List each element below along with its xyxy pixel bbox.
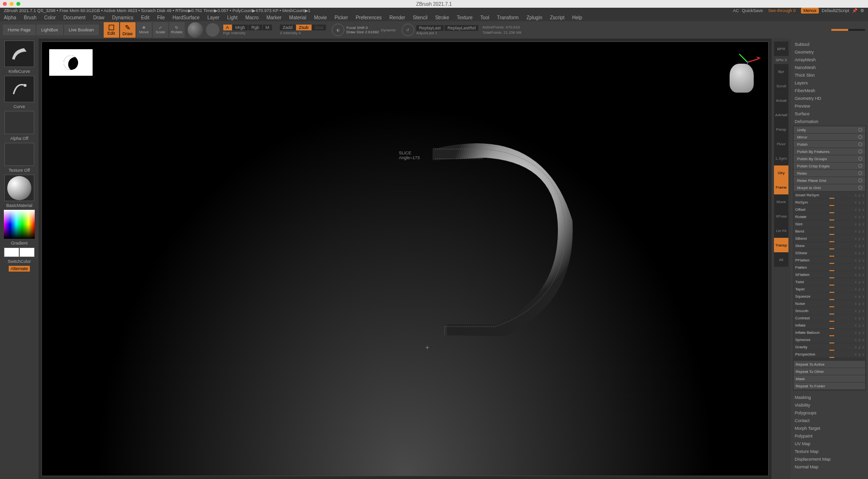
slider-twist[interactable]: Twistxyz	[794, 278, 865, 285]
rt-scroll[interactable]: Scroll	[774, 79, 788, 93]
rt-actual[interactable]: Actual	[774, 93, 788, 108]
dynamic-toggle[interactable]: Dynamic	[381, 28, 396, 32]
alternate-button[interactable]: Alternate	[9, 266, 30, 272]
material-slot[interactable]	[4, 175, 34, 201]
menu-brush[interactable]: Brush	[24, 15, 37, 20]
slider-contrast[interactable]: Contrastxyz	[794, 315, 865, 321]
menu-hardsurface[interactable]: HardSurface	[173, 15, 200, 20]
swatch-main[interactable]	[4, 247, 19, 257]
defo-mirror[interactable]: Mirror	[794, 134, 865, 140]
defo-morph-to-grid[interactable]: Morph to Grid	[794, 184, 865, 191]
section-texture-map[interactable]: Texture Map	[793, 448, 866, 455]
section-polypaint[interactable]: Polypaint	[793, 432, 866, 440]
rt-persp[interactable]: Persp	[774, 122, 788, 137]
brush-knifecurve[interactable]	[4, 41, 34, 67]
rt-move[interactable]: Move	[774, 194, 788, 209]
bpr-button[interactable]: BPR	[774, 41, 788, 56]
edit-mode-button[interactable]: Edit	[104, 22, 119, 38]
slider-perspective[interactable]: Perspectivexyz	[794, 351, 865, 357]
menu-macro[interactable]: Macro	[245, 15, 259, 20]
menu-zscript[interactable]: Zscript	[550, 15, 564, 20]
section-fibermesh[interactable]: FiberMesh	[793, 87, 866, 95]
mode-zadd[interactable]: Zadd	[280, 25, 296, 30]
section-masking[interactable]: Masking	[793, 394, 866, 401]
home-page-button[interactable]: Home Page	[3, 25, 36, 35]
menu-edit[interactable]: Edit	[141, 15, 149, 20]
menu-stroke[interactable]: Stroke	[435, 15, 449, 20]
section-morph-target[interactable]: Morph Target	[793, 424, 866, 432]
section-geometry[interactable]: Geometry	[793, 48, 866, 56]
mode-zcut[interactable]: Zcut	[312, 25, 326, 30]
rt-floor[interactable]: Floor	[774, 137, 788, 151]
section-arraymesh[interactable]: ArrayMesh	[793, 56, 866, 64]
rt-xpose[interactable]: XPose	[774, 209, 788, 223]
section-geometry-hd[interactable]: Geometry HD	[793, 95, 866, 102]
slider-skew[interactable]: Skewxyz	[794, 242, 865, 249]
repeat-mask[interactable]: Mask	[794, 375, 865, 382]
nav-head-icon[interactable]	[730, 64, 754, 93]
repeat-repeat-to-active[interactable]: Repeat To Active	[794, 361, 865, 368]
subtool-thumbnail[interactable]	[49, 49, 93, 76]
rt-aahalf[interactable]: AAHalf	[774, 108, 788, 122]
mode-m[interactable]: M	[263, 25, 272, 30]
menu-movie[interactable]: Movie	[314, 15, 327, 20]
menu-render[interactable]: Render	[390, 15, 406, 20]
menu-file[interactable]: File	[157, 15, 165, 20]
menu-dynamics[interactable]: Dynamics	[112, 15, 134, 20]
slider-smart-resym[interactable]: Smart ReSymxyz	[794, 192, 865, 198]
defo-relax-plane-grid[interactable]: Relax Plane Grid	[794, 177, 865, 184]
defo-unify[interactable]: Unify	[794, 126, 865, 133]
mode-rgb[interactable]: Rgb	[248, 25, 262, 30]
adjust-last-slider[interactable]: AdjustLast 1	[416, 31, 479, 35]
seethrough-slider[interactable]: See-through 0	[766, 8, 798, 14]
menu-picker[interactable]: Picker	[335, 15, 348, 20]
section-nanomesh[interactable]: NanoMesh	[793, 64, 866, 71]
switchcolor-button[interactable]: SwitchColor	[8, 259, 31, 264]
lightbox-button[interactable]: LightBox	[37, 25, 63, 35]
menu-color[interactable]: Color	[44, 15, 56, 20]
rt-linfil[interactable]: Lin Fil	[774, 223, 788, 238]
rotate-mode-button[interactable]: ↻Rotate	[169, 22, 185, 38]
slider-gravity[interactable]: Gravityxyz	[794, 343, 865, 350]
menu-preferences[interactable]: Preferences	[356, 15, 382, 20]
menu-alpha[interactable]: Alpha	[4, 15, 16, 20]
rt-frame[interactable]: Frame	[774, 180, 788, 194]
slider-bend[interactable]: Bendxyz	[794, 228, 865, 234]
section-polygroups[interactable]: Polygroups	[793, 409, 866, 417]
rt-lsym[interactable]: L.Sym	[774, 151, 788, 165]
move-mode-button[interactable]: ✥Move	[136, 22, 152, 38]
focal-icon[interactable]: ◐	[332, 24, 344, 36]
menu-marker[interactable]: Marker	[266, 15, 281, 20]
section-layers[interactable]: Layers	[793, 79, 866, 87]
slider-noise[interactable]: Noisexyz	[794, 300, 865, 307]
slider-sbend[interactable]: SBendxyz	[794, 235, 865, 242]
slider-taper[interactable]: Taperxyz	[794, 286, 865, 292]
gradient-label[interactable]: Gradient	[11, 241, 28, 246]
rt-transp[interactable]: Transp	[774, 238, 788, 252]
slider-offset[interactable]: Offsetxyz	[794, 206, 865, 213]
texture-slot[interactable]	[4, 143, 34, 166]
draw-size-slider[interactable]: Draw Size 2.61682	[346, 30, 379, 34]
slider-inflate[interactable]: Inflatexyz	[794, 322, 865, 328]
slider-rotate[interactable]: Rotatexyz	[794, 213, 865, 220]
section-displacement-map[interactable]: Displacement Map	[793, 455, 866, 463]
slider-smooth[interactable]: Smoothxyz	[794, 307, 865, 314]
quicksave-button[interactable]: QuickSave	[742, 8, 763, 13]
repeat-repeat-to-folder[interactable]: Repeat To Folder	[794, 383, 865, 389]
defo-polish[interactable]: Polish	[794, 141, 865, 148]
slider-spherize[interactable]: Spherizexyz	[794, 336, 865, 343]
menu-tool[interactable]: Tool	[480, 15, 489, 20]
pin-icon[interactable]: 📌	[852, 8, 857, 13]
rt-bpr[interactable]: Bpr	[774, 64, 788, 79]
default-script[interactable]: DefaultZScript	[822, 8, 849, 13]
menus-toggle[interactable]: Menus	[801, 8, 819, 14]
mesh-object[interactable]	[399, 134, 582, 341]
rt-all[interactable]: All	[774, 252, 788, 267]
section-contact[interactable]: Contact	[793, 417, 866, 424]
section-preview[interactable]: Preview	[793, 102, 866, 110]
section-thick-skin[interactable]: Thick Skin	[793, 71, 866, 79]
menu-layer[interactable]: Layer	[207, 15, 219, 20]
repeat-repeat-to-other[interactable]: Repeat To Other	[794, 368, 865, 375]
section-uv-map[interactable]: UV Map	[793, 440, 866, 448]
defo-polish-by-features[interactable]: Polish By Features	[794, 148, 865, 155]
